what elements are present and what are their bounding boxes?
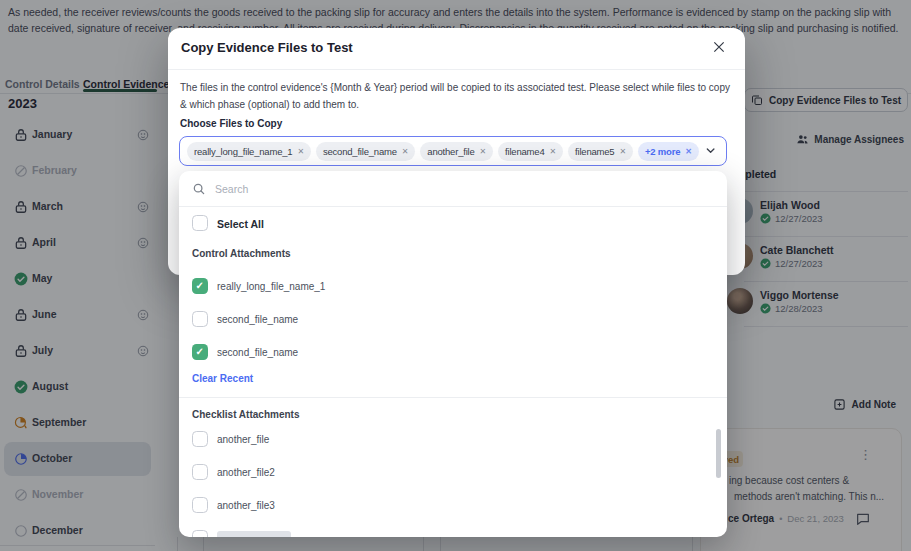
file-checkbox[interactable] — [192, 464, 208, 480]
files-multiselect-input[interactable]: really_long_file_name_1 ✕ second_file_na… — [179, 136, 727, 166]
file-chip[interactable]: filename5 ✕ — [568, 142, 633, 161]
group-label-control-attachments: Control Attachments — [192, 248, 291, 259]
file-chip[interactable]: filename4 ✕ — [498, 142, 563, 161]
modal-title: Copy Evidence Files to Test — [181, 40, 353, 55]
search-icon — [192, 182, 206, 196]
file-chip[interactable]: second_file_name ✕ — [316, 142, 415, 161]
file-option-label[interactable]: another_file — [217, 434, 269, 445]
chip-remove-icon[interactable]: ✕ — [480, 147, 487, 156]
file-option-label[interactable]: another_file2 — [217, 467, 275, 478]
clipped-list-item — [217, 531, 291, 537]
close-icon[interactable] — [711, 39, 727, 55]
chip-remove-icon[interactable]: ✕ — [685, 147, 692, 156]
file-chip[interactable]: another_file ✕ — [420, 142, 493, 161]
dropdown-divider — [179, 397, 727, 398]
file-checkbox[interactable] — [192, 431, 208, 447]
select-all-checkbox[interactable] — [192, 215, 208, 231]
file-chip[interactable]: really_long_file_name_1 ✕ — [187, 142, 311, 161]
file-checkbox[interactable] — [192, 497, 208, 513]
select-all-label: Select All — [217, 218, 264, 230]
file-checkbox[interactable] — [192, 311, 208, 327]
search-input[interactable] — [215, 179, 515, 199]
modal-body-text: The files in the control evidence's {Mon… — [180, 80, 732, 113]
file-option-label[interactable]: another_file3 — [217, 500, 275, 511]
dropdown-divider — [179, 206, 727, 207]
choose-files-label: Choose Files to Copy — [180, 118, 282, 129]
app-root: As needed, the receiver reviews/counts t… — [0, 0, 911, 551]
file-option-label[interactable]: second_file_name — [217, 347, 298, 358]
clear-recent-link[interactable]: Clear Recent — [192, 373, 253, 384]
group-label-checklist-attachments: Checklist Attachments — [192, 409, 299, 420]
file-checkbox[interactable] — [192, 530, 208, 537]
file-option-label[interactable]: really_long_file_name_1 — [217, 281, 325, 292]
modal-header-divider — [168, 69, 745, 70]
files-dropdown-panel: Select All Control Attachments really_lo… — [179, 171, 727, 537]
chip-remove-icon[interactable]: ✕ — [550, 147, 557, 156]
chip-remove-icon[interactable]: ✕ — [402, 147, 409, 156]
chip-remove-icon[interactable]: ✕ — [619, 147, 626, 156]
more-files-chip[interactable]: +2 more ✕ — [638, 142, 699, 161]
file-option-label[interactable]: second_file_name — [217, 314, 298, 325]
dropdown-scrollbar[interactable] — [716, 429, 721, 478]
chip-remove-icon[interactable]: ✕ — [297, 147, 304, 156]
chevron-down-icon[interactable] — [704, 144, 717, 158]
file-checkbox-checked[interactable] — [192, 344, 208, 360]
file-checkbox-checked[interactable] — [192, 278, 208, 294]
